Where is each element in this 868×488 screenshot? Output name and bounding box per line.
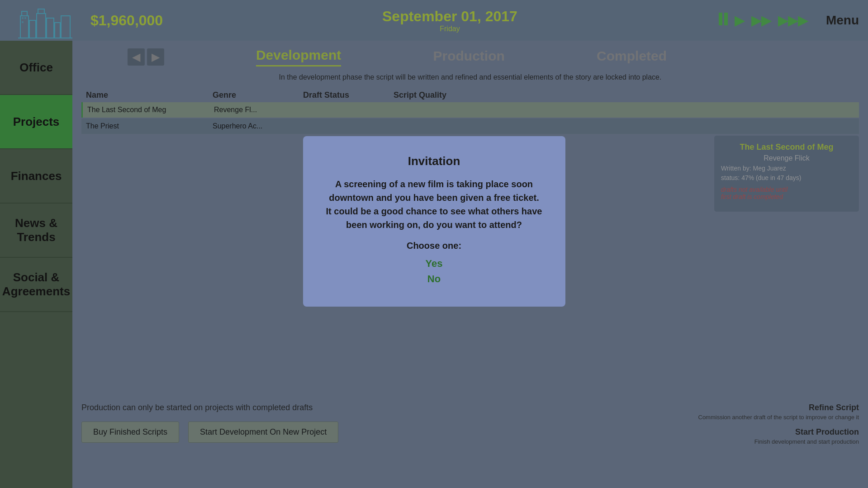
invitation-modal: Invitation A screening of a new film is … <box>303 136 565 307</box>
modal-option-no[interactable]: No <box>326 273 543 285</box>
modal-choose-label: Choose one: <box>326 241 543 251</box>
modal-overlay: Invitation A screening of a new film is … <box>0 0 868 488</box>
modal-option-yes[interactable]: Yes <box>326 258 543 270</box>
modal-body: A screening of a new film is taking plac… <box>326 177 543 232</box>
modal-title: Invitation <box>326 154 543 168</box>
